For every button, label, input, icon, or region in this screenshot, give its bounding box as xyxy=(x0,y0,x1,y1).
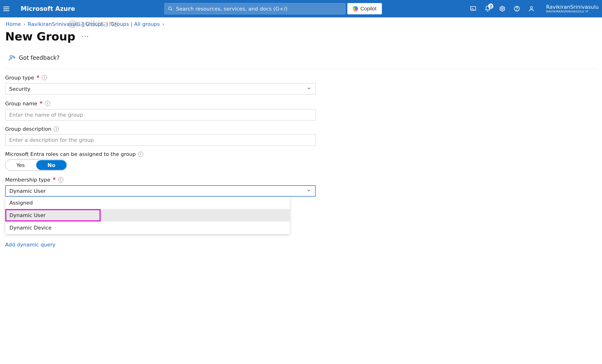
group-type-label: Group type xyxy=(5,75,34,81)
cloud-shell-button[interactable] xyxy=(470,5,476,12)
group-type-value: Security xyxy=(9,86,30,92)
group-description-label: Group description xyxy=(5,126,51,132)
membership-type-option-dynamic-user[interactable]: Dynamic User xyxy=(5,209,290,222)
entra-roles-label: Microsoft Entra roles can be assigned to… xyxy=(5,151,136,157)
info-icon[interactable]: i xyxy=(42,75,47,80)
account-tenant: RAVIKIRANSRINIVASULU (F xyxy=(546,10,599,13)
copilot-label: Copilot xyxy=(360,6,376,12)
chevron-right-icon: › xyxy=(162,21,164,27)
settings-button[interactable] xyxy=(499,5,505,12)
info-icon[interactable]: i xyxy=(58,177,63,182)
group-name-input[interactable]: Enter the name of the group xyxy=(5,109,316,120)
add-dynamic-query-link[interactable]: Add dynamic query xyxy=(5,242,55,248)
membership-type-value: Dynamic User xyxy=(9,188,46,194)
info-icon[interactable]: i xyxy=(54,127,59,132)
group-name-placeholder: Enter the name of the group xyxy=(9,112,83,118)
chevron-right-icon: › xyxy=(106,21,108,27)
option-label: Dynamic User xyxy=(9,212,46,218)
group-description-placeholder: Enter a description for the group xyxy=(9,137,94,143)
account-menu[interactable]: RavikiranSrinivasulu RAVIKIRANSRINIVASUL… xyxy=(546,4,599,13)
brand-label[interactable]: Microsoft Azure xyxy=(21,5,75,12)
notification-badge: 2 xyxy=(488,3,493,9)
feedback-button[interactable] xyxy=(528,5,535,12)
chevron-down-icon xyxy=(306,188,311,194)
search-icon xyxy=(168,6,173,11)
chevron-down-icon xyxy=(306,86,312,92)
copilot-button[interactable]: Copilot xyxy=(347,3,382,14)
membership-type-option-assigned[interactable]: Assigned xyxy=(5,197,290,209)
svg-point-6 xyxy=(517,10,517,10)
hamburger-menu-button[interactable] xyxy=(3,5,10,12)
copilot-icon xyxy=(353,6,358,11)
account-name: RavikiranSrinivasulu xyxy=(546,4,599,10)
membership-type-select[interactable]: Dynamic User xyxy=(5,185,316,197)
topbar-icons: 2 xyxy=(470,5,535,12)
breadcrumb: Home › RavikiranSrinivasulu | Groups › G… xyxy=(0,17,602,28)
required-indicator: * xyxy=(40,100,43,107)
svg-point-0 xyxy=(169,7,172,10)
svg-point-8 xyxy=(10,55,12,58)
notifications-button[interactable]: 2 xyxy=(484,5,491,12)
breadcrumb-item[interactable]: Home xyxy=(6,21,21,27)
got-feedback-label: Got feedback? xyxy=(19,54,60,61)
membership-type-dropdown-list: Assigned Dynamic User Dynamic Device xyxy=(5,197,290,234)
group-description-input[interactable]: Enter a description for the group xyxy=(5,134,316,146)
divider xyxy=(5,68,597,69)
entra-roles-no-option[interactable]: No xyxy=(36,160,66,170)
azure-top-bar: Microsoft Azure Search resources, servic… xyxy=(0,0,602,17)
entra-roles-yes-option[interactable]: Yes xyxy=(5,160,36,171)
group-name-label: Group name xyxy=(5,101,37,107)
global-search-placeholder: Search resources, services, and docs (G+… xyxy=(176,6,287,12)
svg-line-1 xyxy=(171,10,172,11)
group-type-select[interactable]: Security xyxy=(5,83,316,95)
info-icon[interactable]: i xyxy=(138,152,143,157)
required-indicator: * xyxy=(36,74,40,81)
help-button[interactable] xyxy=(514,5,520,12)
svg-point-7 xyxy=(530,7,532,9)
entra-roles-toggle[interactable]: Yes No xyxy=(5,160,67,171)
membership-type-label: Membership type xyxy=(5,177,50,183)
svg-point-4 xyxy=(502,8,503,10)
breadcrumb-item[interactable]: Groups | All groups xyxy=(110,21,160,27)
breadcrumb-item[interactable]: RavikiranSrinivasulu | Groups xyxy=(28,21,104,27)
required-indicator: * xyxy=(53,176,56,183)
got-feedback-link[interactable]: Got feedback? xyxy=(9,54,597,61)
more-actions-button[interactable]: ··· xyxy=(81,33,89,41)
new-group-form: Group type * i Security Group name * i E… xyxy=(0,74,334,262)
chevron-right-icon: › xyxy=(23,21,25,27)
info-icon[interactable]: i xyxy=(45,101,50,106)
page-title: New Group xyxy=(5,30,75,43)
membership-type-option-dynamic-device[interactable]: Dynamic Device xyxy=(5,222,290,234)
feedback-person-icon xyxy=(9,54,16,61)
global-search-input[interactable]: Search resources, services, and docs (G+… xyxy=(164,3,345,14)
